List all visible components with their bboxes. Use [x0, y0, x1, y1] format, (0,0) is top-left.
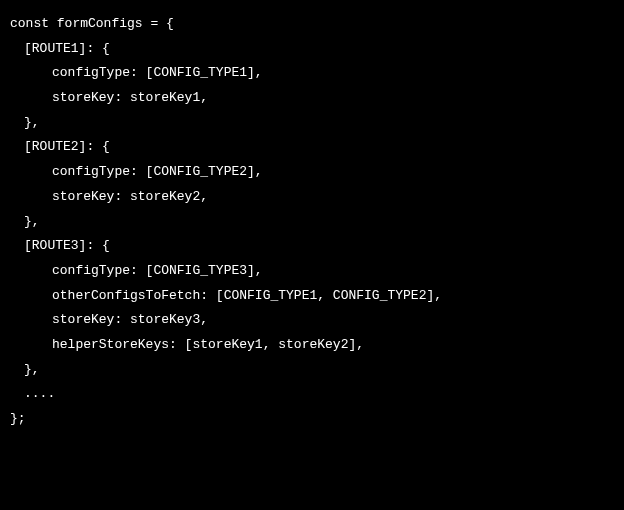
code-line: otherConfigsToFetch: [CONFIG_TYPE1, CONF… [10, 284, 614, 309]
code-line: storeKey: storeKey3, [10, 308, 614, 333]
code-line: const formConfigs = { [10, 12, 614, 37]
code-line: }; [10, 407, 614, 432]
code-block: const formConfigs = { [ROUTE1]: { config… [10, 12, 614, 432]
code-line: }, [10, 210, 614, 235]
code-line: [ROUTE2]: { [10, 135, 614, 160]
code-line: }, [10, 358, 614, 383]
code-line: storeKey: storeKey2, [10, 185, 614, 210]
code-line: .... [10, 382, 614, 407]
code-line: configType: [CONFIG_TYPE1], [10, 61, 614, 86]
code-line: }, [10, 111, 614, 136]
code-line: configType: [CONFIG_TYPE2], [10, 160, 614, 185]
code-line: configType: [CONFIG_TYPE3], [10, 259, 614, 284]
code-line: [ROUTE3]: { [10, 234, 614, 259]
code-line: helperStoreKeys: [storeKey1, storeKey2], [10, 333, 614, 358]
code-line: storeKey: storeKey1, [10, 86, 614, 111]
code-line: [ROUTE1]: { [10, 37, 614, 62]
